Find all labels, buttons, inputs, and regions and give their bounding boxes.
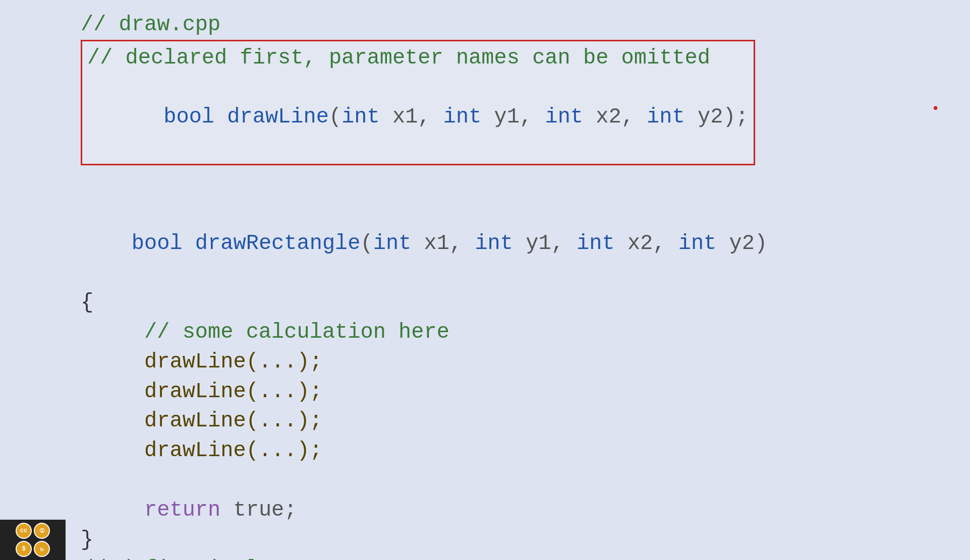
drawrectangle-funcname: drawRectangle — [195, 231, 361, 256]
int-kw-1: int — [341, 105, 380, 129]
int-kw-2: int — [443, 105, 482, 129]
p4: y2); — [685, 105, 749, 129]
return-val-1: true; — [220, 498, 297, 522]
drawline-call-1: drawLine(...); — [81, 347, 950, 377]
license-badge: cc ① $ ↻ — [0, 520, 66, 560]
p3: x2, — [583, 105, 647, 129]
spacer-2 — [81, 466, 950, 495]
drawrectangle-signature-line: bool drawRectangle(int x1, int y1, int x… — [81, 199, 950, 288]
some-calc-comment: // some calculation here — [81, 318, 950, 347]
drawline-call-2: drawLine(...); — [81, 377, 950, 407]
drawline-funcname-1: drawLine — [227, 105, 329, 129]
drawline-declaration: bool drawLine(int x1, int y1, int x2, in… — [87, 73, 749, 162]
code-container: // draw.cpp // declared first, parameter… — [0, 0, 970, 560]
p1: x1, — [380, 105, 443, 129]
rp2: y1, — [513, 231, 577, 256]
bool-kw-rect: bool — [132, 231, 195, 256]
open-brace-rect: { — [81, 288, 950, 318]
int-r2: int — [475, 231, 513, 256]
red-dot-decoration: • — [931, 101, 940, 116]
close-brace-rect: } — [81, 525, 950, 555]
int-r1: int — [373, 231, 412, 256]
license-icons: cc ① $ ↻ — [16, 523, 50, 557]
drawline-call-3: drawLine(...); — [81, 406, 950, 436]
cc-icon: cc — [16, 523, 32, 539]
return-kw-1: return — [144, 498, 220, 522]
int-kw-3: int — [545, 105, 583, 129]
declared-first-comment: // declared first, parameter names can b… — [87, 43, 749, 73]
nc-icon: $ — [16, 541, 32, 557]
spacer-1 — [81, 169, 950, 199]
p2: y1, — [481, 105, 545, 129]
sa-icon: ↻ — [34, 541, 50, 557]
return-true-1: return true; — [81, 495, 950, 525]
drawline-call-4: drawLine(...); — [81, 436, 950, 466]
drawline-params-1: ( — [329, 105, 341, 129]
int-r3: int — [577, 231, 615, 256]
highlight-box: // declared first, parameter names can b… — [81, 40, 755, 165]
rp3: x2, — [615, 231, 678, 256]
rp4: y2) — [716, 231, 767, 256]
by-icon: ① — [34, 523, 50, 539]
int-kw-4: int — [647, 105, 685, 129]
define-later-comment: // define it later — [81, 554, 950, 560]
rect-params: ( — [361, 231, 373, 256]
bool-keyword-1: bool — [163, 105, 227, 129]
int-r4: int — [678, 231, 717, 256]
rp1: x1, — [411, 231, 475, 256]
file-comment-line: // draw.cpp — [81, 10, 950, 40]
